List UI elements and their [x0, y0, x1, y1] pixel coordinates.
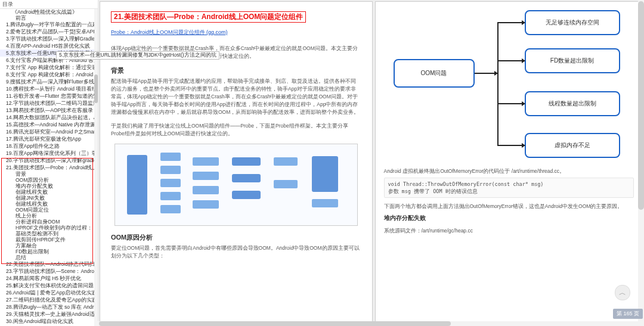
sidebar-item[interactable]: 27.二维码扫描优化及爱奇艺App的实践: [0, 296, 98, 303]
h2-oom: OOM原因分析: [111, 233, 361, 242]
sidebar-item[interactable]: 17.腾讯光影研究室极速化包App: [0, 135, 98, 142]
sidebar-item[interactable]: 7.支付宝 App 构建优化解析：通过安装包: [0, 64, 98, 71]
chevron-up-icon: ︿: [619, 288, 626, 298]
sidebar-item[interactable]: 1.腾讯Bugly—对字节单位配置的一点建: [0, 21, 98, 28]
sidebar-item[interactable]: 3.字节跳动技术团队—深入理解Gradle框: [0, 35, 98, 42]
h2-background: 背景: [111, 66, 361, 75]
sidebar-sub[interactable]: 创建线程失败: [0, 201, 98, 207]
sidebar-item[interactable]: 8.支付宝 App 构建优化解析：Android 包: [0, 71, 98, 78]
sidebar-sub[interactable]: 创建线程失败: [0, 189, 98, 195]
flow-arrow: [497, 103, 525, 104]
sidebar-sub[interactable]: OOM问题定位: [0, 207, 98, 213]
sidebar-item[interactable]: 16.腾讯光影研究室—Android P之Smart: [0, 128, 98, 135]
sidebar-item[interactable]: 30.闲鱼Android端自动化实践: [0, 318, 98, 325]
flow-box-3: 线程数量超出限制: [525, 91, 620, 116]
sidebar-item[interactable]: 28.腾讯Bugly—动态下发 so 库在 Android: [0, 303, 98, 311]
sidebar-item[interactable]: 4.百度APP-Android H5首屏优化实践: [0, 42, 98, 49]
sidebar-item[interactable]: 15.高德技术—Android Native 内存泄漏: [0, 121, 98, 128]
sidebar-item[interactable]: 14.网易大数据团队新产品决份起送。AB测: [0, 114, 98, 121]
sidebar-sub[interactable]: 裁剪回传HPROF文件: [0, 237, 98, 243]
sidebar-sub[interactable]: 线上分析: [0, 213, 98, 219]
sidebar-item[interactable]: 24.网易新闻客户端 H5 秒开优化: [0, 275, 98, 282]
sidebar-scroll-thumb[interactable]: [94, 74, 98, 103]
flow-arrow: [497, 22, 525, 23]
flow-box-2: FD数量超出限制: [525, 48, 620, 73]
flow-arrow: [497, 145, 525, 146]
sidebar-sub[interactable]: 创建JNI失败: [0, 195, 98, 201]
sidebar-item-active[interactable]: 21.美团技术团队—Probe：Android线上: [0, 164, 98, 171]
sidebar-item[interactable]: 10.携程技术—从智行 Android 项目看组: [0, 85, 98, 92]
sidebar-item[interactable]: 23.字节跳动技术团队—Scene：Android: [0, 268, 98, 275]
sidebar-sub[interactable]: 背景: [0, 171, 98, 177]
sidebar: 目录 《Android性能优化实战篇》 前言 1.腾讯Bugly—对字节单位配置…: [0, 0, 98, 326]
sidebar-doc-title[interactable]: 《Android性能优化实战篇》: [0, 9, 98, 15]
source-link[interactable]: Probe：Android线上OOM问题定位组件 (qq.com): [111, 29, 228, 36]
note-thread-cc: Android 虚拟机最终抛出OutOfMemoryError的代码位于 /ar…: [384, 167, 634, 175]
flow-center: OOM问题: [394, 59, 475, 88]
p3: 系统源码文件：/art/runtime/gc/heap.cc: [384, 227, 634, 235]
sidebar-item[interactable]: 25.解决支付宝包体积优化的遗留问题：逆: [0, 282, 98, 289]
sidebar-item[interactable]: 18.百度App组件化之路: [0, 142, 98, 150]
sidebar-head: 目录: [0, 0, 98, 9]
sidebar-item[interactable]: 9.搜狐技术产品—深入理解Flutter多线程: [0, 78, 98, 85]
sidebar-sub[interactable]: 堆内存分配失败: [0, 183, 98, 189]
sidebar-item[interactable]: 2.爱奇艺技术产品团队—干货|安卓APP崩: [0, 28, 98, 35]
oom-para: 要定位OOM问题，首先需要弄明白Android中有哪些原因会导致OOM。Andr…: [111, 244, 361, 260]
main-hthumb[interactable]: [99, 321, 451, 326]
sidebar-item[interactable]: 13.网易技术团队—AOP技术在客服录: [0, 107, 98, 114]
main-hscroll[interactable]: [98, 321, 644, 326]
sidebar-sub[interactable]: HPROF文件映射到内存的过程：: [0, 225, 98, 231]
flow-arrow: [497, 60, 525, 61]
page-left: 21.美团技术团队—Probe：Android线上OOM问题定位组件 Probe…: [100, 1, 373, 325]
main-vthumb[interactable]: [638, 1, 644, 210]
sidebar-item[interactable]: 22.美团技术团队—Android静态代码扫描: [0, 260, 98, 268]
p2: 下面两个地方都会调用上面方法抛出OutOfMemoryError错误，这也是An…: [384, 203, 634, 210]
sidebar-sub[interactable]: 基础类型检测不到: [0, 231, 98, 237]
app-root: 目录 《Android性能优化实战篇》 前言 1.腾讯Bugly—对字节单位配置…: [0, 0, 644, 326]
bg-para: 配送骑手端App是骑手用于完成配送履约的应用，帮助骑手完成接单、到店、取货及送达…: [111, 77, 361, 116]
sidebar-item[interactable]: 11.谷歌开发者—Flutter 您需要知道的知: [0, 92, 98, 100]
back-to-top-button[interactable]: ︿: [615, 285, 630, 300]
sidebar-preface[interactable]: 前言: [0, 15, 98, 21]
sidebar-tooltip: 5.京东技术—任意URL跳转漏洞修复与JDK中getHost()方法之间的坑: [56, 51, 219, 60]
main-vscroll[interactable]: [638, 0, 644, 326]
flow-box-1: 无足够连续内存空间: [525, 10, 620, 35]
flow-stem: [475, 73, 497, 74]
sidebar-sub[interactable]: 分析进程自身OOM: [0, 219, 98, 225]
sidebar-sub[interactable]: OOM原因分析: [0, 177, 98, 183]
sidebar-item[interactable]: 12.字节跳动技术团队—二维码习题监测的: [0, 100, 98, 107]
sidebar-item[interactable]: 20.字节跳动技术团队—深入理解gradle框: [0, 157, 98, 164]
page-right: OOM问题 无足够连续内存空间 FD数量超出限制 线程数量超出限制 虚拟内存不足…: [375, 1, 643, 325]
sidebar-sub[interactable]: 方案融合: [0, 243, 98, 249]
heading-21: 21.美团技术团队—Probe：Android线上OOM问题定位组件: [111, 11, 306, 23]
flow-trunk: [497, 22, 499, 146]
sidebar-item[interactable]: 26.Android篇 | 爱奇艺App启动优化实践: [0, 289, 98, 296]
oom-flowchart: OOM问题 无足够连续内存空间 FD数量超出限制 线程数量超出限制 虚拟内存不足: [384, 5, 634, 163]
code-block: void Thread::ThrowOutOfMemoryError(const…: [384, 178, 634, 198]
sidebar-sub[interactable]: 总结: [0, 254, 98, 260]
sidebar-item[interactable]: 19.百度App网络深度优化系列（三）弱网: [0, 150, 98, 157]
sidebar-item[interactable]: 29.天猫精灵技术—史上最强Android适配: [0, 311, 98, 318]
sidebar-sub[interactable]: FD数超出限制: [0, 249, 98, 254]
flow-box-4: 虚拟内存不足: [525, 133, 620, 158]
main: 21.美团技术团队—Probe：Android线上OOM问题定位组件 Probe…: [98, 0, 644, 326]
h3-heap: 堆内存分配失败: [384, 214, 634, 222]
bg-para2: 于是我们构建了用于快速定位线上OOM问题的组件——Probe，下面是Probe组…: [111, 122, 361, 138]
page-indicator: 第 165 页: [613, 309, 643, 319]
probe-architecture-diagram: [114, 144, 358, 226]
